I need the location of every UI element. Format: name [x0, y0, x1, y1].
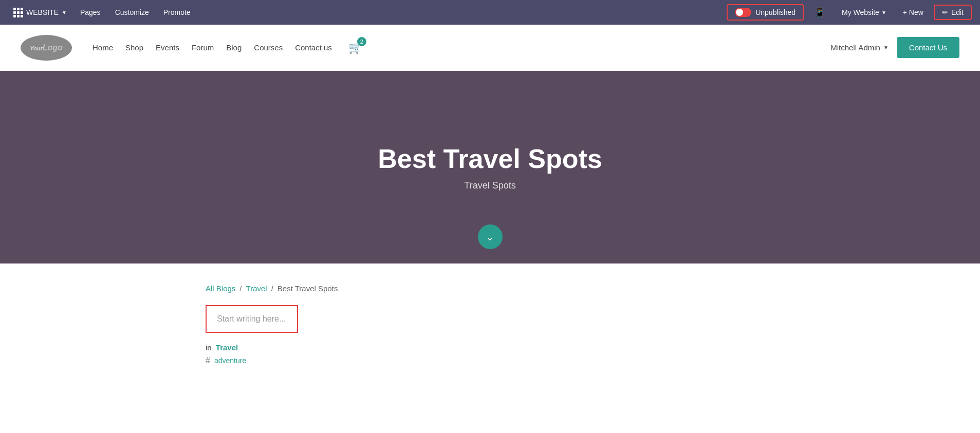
- breadcrumb-sep-1: /: [239, 284, 242, 293]
- category-name-link[interactable]: Travel: [216, 343, 238, 352]
- new-label: + New: [903, 8, 923, 16]
- site-nav: YourLogo Home Shop Events Forum Blog Cou…: [0, 25, 980, 71]
- breadcrumb-all-blogs[interactable]: All Blogs: [206, 284, 235, 293]
- hero-scroll-button[interactable]: ⌄: [478, 224, 503, 249]
- pages-button[interactable]: Pages: [74, 5, 107, 20]
- breadcrumb-current: Best Travel Spots: [278, 284, 338, 293]
- unpublished-button[interactable]: Unpublished: [727, 4, 804, 21]
- logo-logo: Logo: [43, 43, 63, 52]
- content-area: All Blogs / Travel / Best Travel Spots S…: [0, 263, 980, 386]
- logo[interactable]: YourLogo: [21, 35, 72, 61]
- mobile-device-button[interactable]: 📱: [808, 4, 831, 21]
- edit-label: Edit: [951, 8, 964, 16]
- user-chevron-icon: ▼: [883, 45, 889, 50]
- pencil-icon: ✏: [942, 8, 948, 16]
- grid-icon: [13, 8, 23, 17]
- category-label: in: [206, 343, 212, 352]
- admin-bar-right: Unpublished 📱 My Website ▼ + New ✏ Edit: [727, 4, 972, 21]
- breadcrumb-sep-2: /: [271, 284, 273, 293]
- unpublished-label: Unpublished: [755, 8, 796, 16]
- new-button[interactable]: + New: [897, 5, 930, 20]
- contact-us-button[interactable]: Contact Us: [897, 37, 959, 58]
- my-website-label: My Website: [842, 8, 879, 16]
- toggle-off-icon: [735, 8, 751, 17]
- nav-right: Mitchell Admin ▼ Contact Us: [830, 37, 959, 58]
- writing-area[interactable]: Start writing here...: [206, 305, 298, 333]
- nav-links: Home Shop Events Forum Blog Courses Cont…: [93, 41, 830, 54]
- nav-events[interactable]: Events: [156, 43, 179, 52]
- cart-area[interactable]: 🛒 2: [348, 41, 362, 54]
- chevron-down-icon: ⌄: [486, 231, 494, 243]
- nav-shop[interactable]: Shop: [125, 43, 143, 52]
- promote-button[interactable]: Promote: [157, 5, 197, 20]
- cart-badge: 2: [357, 37, 366, 46]
- nav-contact-us[interactable]: Contact us: [295, 43, 332, 52]
- tag-adventure[interactable]: adventure: [214, 356, 246, 365]
- mobile-icon: 📱: [814, 7, 825, 18]
- nav-courses[interactable]: Courses: [254, 43, 283, 52]
- user-menu[interactable]: Mitchell Admin ▼: [830, 43, 889, 52]
- nav-home[interactable]: Home: [93, 43, 113, 52]
- nav-blog[interactable]: Blog: [226, 43, 242, 52]
- hash-icon: #: [206, 356, 210, 365]
- hero-section: Best Travel Spots Travel Spots ⌄: [0, 71, 980, 263]
- breadcrumb: All Blogs / Travel / Best Travel Spots: [206, 284, 774, 293]
- nav-forum[interactable]: Forum: [192, 43, 214, 52]
- website-chevron-icon: ▼: [62, 10, 67, 15]
- logo-your: Your: [30, 45, 43, 51]
- website-menu-button[interactable]: WEBSITE ▼: [8, 5, 72, 21]
- tags-area: # adventure: [206, 356, 774, 365]
- website-label: WEBSITE: [26, 8, 59, 16]
- contact-us-label: Contact Us: [909, 43, 947, 52]
- breadcrumb-travel[interactable]: Travel: [246, 284, 267, 293]
- user-label: Mitchell Admin: [830, 43, 880, 52]
- admin-bar-left: WEBSITE ▼ Pages Customize Promote: [8, 5, 727, 21]
- writing-placeholder: Start writing here...: [217, 314, 286, 323]
- edit-button[interactable]: ✏ Edit: [934, 5, 972, 20]
- hero-subtitle: Travel Spots: [464, 180, 515, 191]
- my-website-button[interactable]: My Website ▼: [836, 5, 893, 20]
- customize-button[interactable]: Customize: [109, 5, 155, 20]
- in-category: in Travel: [206, 343, 774, 352]
- my-website-chevron-icon: ▼: [881, 10, 886, 15]
- hero-title: Best Travel Spots: [378, 143, 602, 174]
- logo-area[interactable]: YourLogo: [21, 35, 72, 61]
- admin-bar: WEBSITE ▼ Pages Customize Promote Unpubl…: [0, 0, 980, 25]
